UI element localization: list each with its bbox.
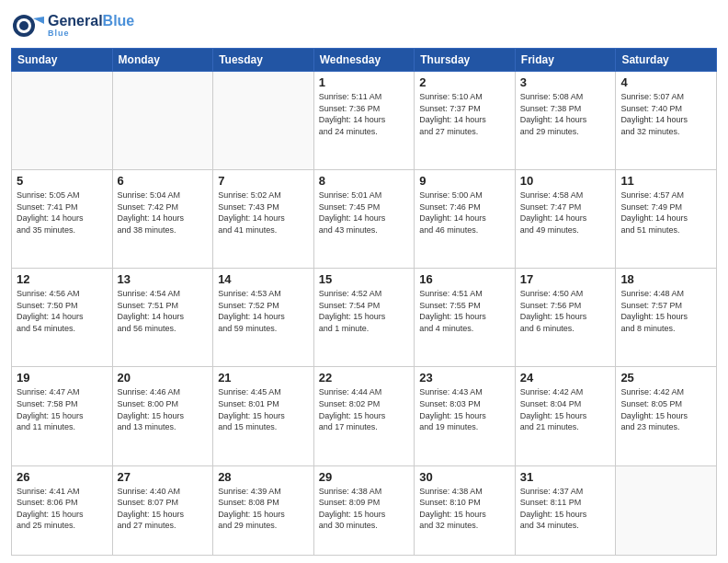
calendar-cell: 12Sunrise: 4:56 AM Sunset: 7:50 PM Dayli… (12, 269, 113, 367)
calendar-cell: 5Sunrise: 5:05 AM Sunset: 7:41 PM Daylig… (12, 170, 113, 269)
cell-info: Sunrise: 5:11 AM Sunset: 7:36 PM Dayligh… (319, 91, 410, 137)
calendar-cell: 3Sunrise: 5:08 AM Sunset: 7:38 PM Daylig… (515, 72, 616, 170)
week-row-2: 5Sunrise: 5:05 AM Sunset: 7:41 PM Daylig… (12, 170, 717, 269)
calendar-cell (112, 72, 213, 170)
day-header-wednesday: Wednesday (313, 49, 415, 72)
calendar-cell: 19Sunrise: 4:47 AM Sunset: 7:58 PM Dayli… (12, 367, 113, 465)
cell-info: Sunrise: 4:38 AM Sunset: 8:10 PM Dayligh… (419, 486, 510, 532)
week-row-5: 26Sunrise: 4:41 AM Sunset: 8:06 PM Dayli… (12, 465, 717, 555)
cell-info: Sunrise: 4:48 AM Sunset: 7:57 PM Dayligh… (620, 288, 711, 334)
day-number: 24 (520, 371, 611, 385)
day-number: 18 (620, 272, 711, 286)
svg-marker-3 (33, 17, 44, 24)
calendar-cell: 14Sunrise: 4:53 AM Sunset: 7:52 PM Dayli… (213, 269, 314, 367)
cell-info: Sunrise: 5:00 AM Sunset: 7:46 PM Dayligh… (419, 190, 510, 236)
day-number: 16 (419, 272, 510, 286)
calendar-cell: 1Sunrise: 5:11 AM Sunset: 7:36 PM Daylig… (313, 72, 415, 170)
day-number: 21 (218, 371, 309, 385)
day-number: 5 (17, 174, 108, 188)
logo-icon (11, 9, 44, 42)
day-number: 19 (17, 371, 108, 385)
calendar-cell (616, 465, 717, 555)
day-header-thursday: Thursday (415, 49, 516, 72)
day-number: 1 (319, 75, 410, 89)
calendar-cell: 16Sunrise: 4:51 AM Sunset: 7:55 PM Dayli… (415, 269, 516, 367)
cell-info: Sunrise: 5:08 AM Sunset: 7:38 PM Dayligh… (520, 91, 611, 137)
cell-info: Sunrise: 5:01 AM Sunset: 7:45 PM Dayligh… (319, 190, 410, 236)
cell-info: Sunrise: 4:44 AM Sunset: 8:02 PM Dayligh… (319, 386, 410, 432)
cell-info: Sunrise: 4:39 AM Sunset: 8:08 PM Dayligh… (218, 486, 309, 532)
calendar-cell: 26Sunrise: 4:41 AM Sunset: 8:06 PM Dayli… (12, 465, 113, 555)
day-number: 3 (520, 75, 611, 89)
day-number: 2 (419, 75, 510, 89)
day-number: 12 (17, 272, 108, 286)
day-number: 27 (118, 470, 209, 484)
day-header-saturday: Saturday (616, 49, 717, 72)
day-number: 23 (419, 371, 510, 385)
day-number: 29 (319, 470, 410, 484)
day-number: 25 (620, 371, 711, 385)
day-number: 15 (319, 272, 410, 286)
cell-info: Sunrise: 4:41 AM Sunset: 8:06 PM Dayligh… (17, 486, 108, 532)
calendar-cell: 30Sunrise: 4:38 AM Sunset: 8:10 PM Dayli… (415, 465, 516, 555)
day-number: 30 (419, 470, 510, 484)
cell-info: Sunrise: 4:40 AM Sunset: 8:07 PM Dayligh… (118, 486, 209, 532)
week-row-3: 12Sunrise: 4:56 AM Sunset: 7:50 PM Dayli… (12, 269, 717, 367)
cell-info: Sunrise: 5:10 AM Sunset: 7:37 PM Dayligh… (419, 91, 510, 137)
calendar-cell (213, 72, 314, 170)
cell-info: Sunrise: 4:54 AM Sunset: 7:51 PM Dayligh… (118, 288, 209, 334)
calendar-cell: 8Sunrise: 5:01 AM Sunset: 7:45 PM Daylig… (313, 170, 415, 269)
calendar-cell: 11Sunrise: 4:57 AM Sunset: 7:49 PM Dayli… (616, 170, 717, 269)
cell-info: Sunrise: 4:52 AM Sunset: 7:54 PM Dayligh… (319, 288, 410, 334)
cell-info: Sunrise: 4:42 AM Sunset: 8:04 PM Dayligh… (520, 386, 611, 432)
cell-info: Sunrise: 4:38 AM Sunset: 8:09 PM Dayligh… (319, 486, 410, 532)
calendar-cell: 6Sunrise: 5:04 AM Sunset: 7:42 PM Daylig… (112, 170, 213, 269)
calendar-cell: 9Sunrise: 5:00 AM Sunset: 7:46 PM Daylig… (415, 170, 516, 269)
calendar-cell: 27Sunrise: 4:40 AM Sunset: 8:07 PM Dayli… (112, 465, 213, 555)
week-row-1: 1Sunrise: 5:11 AM Sunset: 7:36 PM Daylig… (12, 72, 717, 170)
calendar-cell: 7Sunrise: 5:02 AM Sunset: 7:43 PM Daylig… (213, 170, 314, 269)
day-number: 26 (17, 470, 108, 484)
cell-info: Sunrise: 4:53 AM Sunset: 7:52 PM Dayligh… (218, 288, 309, 334)
calendar-cell: 29Sunrise: 4:38 AM Sunset: 8:09 PM Dayli… (313, 465, 415, 555)
day-number: 6 (118, 174, 209, 188)
calendar-cell: 13Sunrise: 4:54 AM Sunset: 7:51 PM Dayli… (112, 269, 213, 367)
week-row-4: 19Sunrise: 4:47 AM Sunset: 7:58 PM Dayli… (12, 367, 717, 465)
calendar-cell: 17Sunrise: 4:50 AM Sunset: 7:56 PM Dayli… (515, 269, 616, 367)
day-number: 14 (218, 272, 309, 286)
cell-info: Sunrise: 4:50 AM Sunset: 7:56 PM Dayligh… (520, 288, 611, 334)
calendar-cell: 25Sunrise: 4:42 AM Sunset: 8:05 PM Dayli… (616, 367, 717, 465)
day-number: 7 (218, 174, 309, 188)
cell-info: Sunrise: 4:37 AM Sunset: 8:11 PM Dayligh… (520, 486, 611, 532)
day-number: 8 (319, 174, 410, 188)
cell-info: Sunrise: 4:47 AM Sunset: 7:58 PM Dayligh… (17, 386, 108, 432)
calendar-cell: 28Sunrise: 4:39 AM Sunset: 8:08 PM Dayli… (213, 465, 314, 555)
day-number: 9 (419, 174, 510, 188)
cell-info: Sunrise: 4:46 AM Sunset: 8:00 PM Dayligh… (118, 386, 209, 432)
day-number: 10 (520, 174, 611, 188)
calendar-cell: 23Sunrise: 4:43 AM Sunset: 8:03 PM Dayli… (415, 367, 516, 465)
day-number: 20 (118, 371, 209, 385)
calendar-cell: 22Sunrise: 4:44 AM Sunset: 8:02 PM Dayli… (313, 367, 415, 465)
cell-info: Sunrise: 4:58 AM Sunset: 7:47 PM Dayligh… (520, 190, 611, 236)
cell-info: Sunrise: 4:45 AM Sunset: 8:01 PM Dayligh… (218, 386, 309, 432)
cell-info: Sunrise: 4:57 AM Sunset: 7:49 PM Dayligh… (620, 190, 711, 236)
cell-info: Sunrise: 5:04 AM Sunset: 7:42 PM Dayligh… (118, 190, 209, 236)
cell-info: Sunrise: 4:51 AM Sunset: 7:55 PM Dayligh… (419, 288, 510, 334)
day-header-sunday: Sunday (12, 49, 113, 72)
cell-info: Sunrise: 5:02 AM Sunset: 7:43 PM Dayligh… (218, 190, 309, 236)
calendar-cell (12, 72, 113, 170)
cell-info: Sunrise: 4:43 AM Sunset: 8:03 PM Dayligh… (419, 386, 510, 432)
day-number: 31 (520, 470, 611, 484)
calendar-cell: 4Sunrise: 5:07 AM Sunset: 7:40 PM Daylig… (616, 72, 717, 170)
day-number: 4 (620, 75, 711, 89)
calendar-cell: 31Sunrise: 4:37 AM Sunset: 8:11 PM Dayli… (515, 465, 616, 555)
day-number: 28 (218, 470, 309, 484)
calendar-cell: 18Sunrise: 4:48 AM Sunset: 7:57 PM Dayli… (616, 269, 717, 367)
day-number: 13 (118, 272, 209, 286)
svg-point-2 (19, 21, 28, 30)
calendar-cell: 10Sunrise: 4:58 AM Sunset: 7:47 PM Dayli… (515, 170, 616, 269)
day-header-monday: Monday (112, 49, 213, 72)
calendar-cell: 21Sunrise: 4:45 AM Sunset: 8:01 PM Dayli… (213, 367, 314, 465)
calendar-cell: 15Sunrise: 4:52 AM Sunset: 7:54 PM Dayli… (313, 269, 415, 367)
